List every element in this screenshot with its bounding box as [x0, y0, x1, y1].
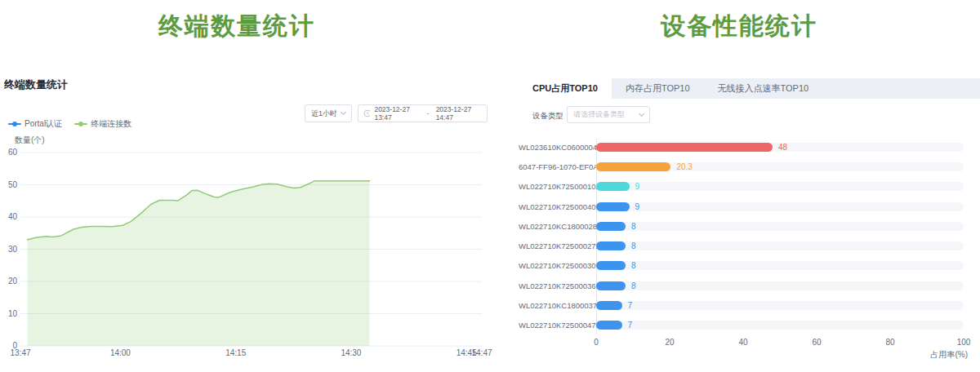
bar-row: WL022710K7250002728	[519, 236, 980, 255]
chevron-down-icon	[341, 109, 346, 115]
bar[interactable]	[596, 222, 626, 231]
bar-row: WL022710K7250003078	[519, 256, 980, 276]
legend-item[interactable]: Portal认证	[8, 118, 62, 130]
bar-category-label: 6047-FF96-1070-EF0A	[519, 162, 596, 171]
bar-row: WL022710KC180003727	[519, 295, 980, 315]
svg-text:14:15: 14:15	[225, 348, 246, 357]
legend-item[interactable]: 终端连接数	[74, 118, 131, 130]
svg-text:30: 30	[8, 245, 18, 254]
clock-icon	[363, 109, 370, 117]
bar[interactable]	[596, 301, 622, 310]
bar-category-label: WL022710K725000272	[519, 241, 596, 250]
bar-x-tick: 100	[951, 338, 976, 347]
bar-track: 8	[596, 281, 964, 290]
bar-track: 8	[596, 241, 964, 250]
date-range-separator: -	[425, 109, 432, 117]
bar-x-tick: 0	[584, 338, 608, 347]
device-type-placeholder: 请选择设备类型	[573, 109, 625, 120]
svg-text:60: 60	[8, 148, 18, 157]
bar[interactable]	[596, 143, 773, 152]
device-type-label: 设备类型	[532, 111, 564, 122]
terminal-line-chart: 010203040506013:4714:0014:1514:3014:4514…	[0, 145, 490, 359]
bar-track: 9	[596, 202, 964, 211]
right-section-title: 设备性能统计	[506, 10, 972, 43]
bar-category-label: WL022710K725000409	[519, 202, 596, 211]
performance-tabbar: CPU占用TOP10内存占用TOP10无线接入点速率TOP10	[519, 78, 980, 99]
line-chart-legend: Portal认证 终端连接数	[8, 118, 131, 130]
bar[interactable]	[596, 241, 626, 250]
bar-track: 20.3	[596, 162, 964, 171]
bar-track: 9	[596, 182, 964, 191]
bar-chart-x-axis-label: 占用率(%)	[915, 349, 968, 361]
bar-category-label: WL022710K725000307	[519, 261, 596, 270]
date-range-start: 2023-12-27 13:47	[374, 105, 420, 122]
bar-value-label: 48	[778, 142, 787, 153]
bar-track: 7	[596, 301, 964, 310]
time-range-select[interactable]: 近1小时	[305, 104, 352, 122]
bar-category-label: WL022710KC18000280	[519, 222, 596, 231]
legend-marker-icon	[8, 121, 21, 127]
bar-row: WL022710KC180002808	[519, 216, 980, 236]
bar-track: 8	[596, 222, 964, 231]
tab[interactable]: 无线接入点速率TOP10	[704, 78, 823, 99]
bar[interactable]	[596, 261, 626, 270]
tab[interactable]: 内存占用TOP10	[612, 78, 704, 99]
legend-label: Portal认证	[24, 118, 62, 130]
bar[interactable]	[596, 281, 626, 290]
bar[interactable]	[596, 202, 630, 211]
bar-category-label: WL023610KC06000043	[519, 143, 596, 152]
terminal-chart-title: 终端数量统计	[4, 78, 68, 92]
bar[interactable]	[596, 182, 630, 191]
bar-x-tick: 40	[731, 338, 755, 347]
bar-row: WL022710K7250003698	[519, 276, 980, 295]
cpu-top10-bar-chart: WL023610KC06000043486047-FF96-1070-EF0A2…	[519, 137, 980, 335]
bar-category-label: WL022710K725000369	[519, 281, 596, 290]
left-section-title: 终端数量统计	[0, 10, 474, 43]
chevron-down-icon	[639, 110, 644, 116]
svg-text:13:47: 13:47	[10, 348, 30, 357]
bar-track: 8	[596, 261, 964, 270]
svg-text:40: 40	[8, 212, 18, 221]
bar-row: WL023610KC0600004348	[519, 137, 980, 157]
time-range-value: 近1小时	[311, 108, 337, 119]
svg-text:10: 10	[8, 309, 18, 318]
bar-value-label: 7	[628, 300, 633, 311]
tab[interactable]: CPU占用TOP10	[519, 78, 612, 99]
bar-value-label: 20.3	[676, 162, 692, 172]
legend-label: 终端连接数	[91, 118, 131, 130]
bar-value-label: 8	[631, 221, 636, 232]
bar-value-label: 8	[631, 281, 636, 291]
svg-text:14:00: 14:00	[110, 348, 131, 357]
bar-chart-x-ticks: 020406080100	[519, 338, 980, 349]
y-axis-label: 数量(个)	[15, 135, 45, 146]
bar[interactable]	[596, 162, 670, 171]
legend-marker-icon	[74, 121, 87, 127]
bar-value-label: 9	[635, 202, 640, 212]
bar[interactable]	[596, 321, 622, 330]
bar-value-label: 8	[631, 260, 636, 271]
bar-row: WL022710K7250004707	[519, 316, 980, 335]
bar-x-tick: 60	[804, 338, 829, 347]
bar-value-label: 9	[635, 181, 640, 192]
bar-x-tick: 20	[657, 338, 682, 347]
bar-value-label: 7	[628, 320, 633, 330]
svg-text:14:30: 14:30	[341, 348, 361, 357]
svg-text:50: 50	[8, 180, 18, 189]
bar-row: 6047-FF96-1070-EF0A20.3	[519, 157, 980, 176]
bar-category-label: WL022710K725000470	[519, 321, 596, 330]
svg-text:20: 20	[8, 277, 18, 286]
bar-category-label: WL022710KC18000372	[519, 301, 596, 310]
bar-category-label: WL022710K725000102	[519, 182, 596, 191]
bar-x-tick: 80	[878, 338, 902, 347]
date-range-picker[interactable]: 2023-12-27 13:47 - 2023-12-27 14:47	[358, 104, 488, 122]
bar-value-label: 8	[631, 241, 636, 251]
bar-track: 7	[596, 321, 964, 330]
bar-row: WL022710K7250001029	[519, 177, 980, 197]
bar-track: 48	[596, 143, 964, 152]
svg-text:14:47: 14:47	[471, 348, 492, 357]
device-type-select[interactable]: 请选择设备类型	[567, 106, 650, 123]
date-range-end: 2023-12-27 14:47	[436, 105, 482, 122]
bar-row: WL022710K7250004099	[519, 197, 980, 216]
